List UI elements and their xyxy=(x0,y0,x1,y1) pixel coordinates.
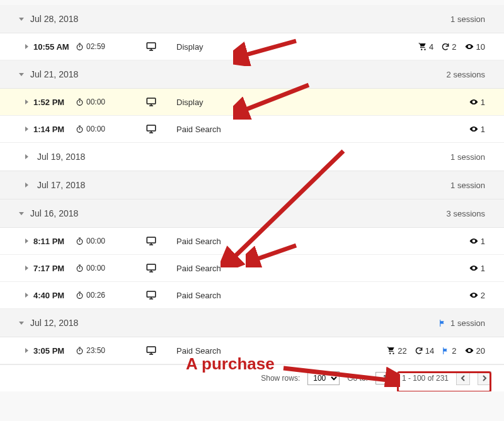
traffic-source: Paid Search xyxy=(176,264,469,273)
chevron-down-icon xyxy=(19,18,24,21)
session-row[interactable]: 4:40 PM00:26Paid Search2 xyxy=(0,282,504,309)
session-time: 3:05 PM xyxy=(25,346,76,356)
refresh-icon xyxy=(441,42,450,51)
next-page-button[interactable] xyxy=(478,371,491,385)
date-group-header[interactable]: Jul 12, 20181 session xyxy=(0,309,504,337)
flag-icon xyxy=(442,347,450,355)
cart-icon xyxy=(418,42,427,51)
show-rows-label: Show rows: xyxy=(261,374,300,383)
session-time: 7:17 PM xyxy=(25,264,76,273)
svg-rect-19 xyxy=(147,125,156,131)
session-duration: 00:26 xyxy=(76,291,126,300)
svg-point-6 xyxy=(421,49,422,50)
eye-icon xyxy=(469,237,479,245)
pagination-bar: Show rows:100Go to:1 - 100 of 231 xyxy=(0,364,504,391)
stat-refresh: 14 xyxy=(415,346,434,356)
desktop-icon xyxy=(146,289,157,301)
session-row[interactable]: 10:55 AM02:59Display4210 xyxy=(0,33,504,60)
session-time: 1:14 PM xyxy=(25,125,76,134)
session-row[interactable]: 1:14 PM00:00Paid Search1 xyxy=(0,116,504,143)
timer-icon xyxy=(76,237,84,245)
svg-point-15 xyxy=(473,101,474,103)
eye-icon xyxy=(469,98,479,106)
svg-point-30 xyxy=(77,266,83,271)
date-label: Jul 19, 2018 xyxy=(37,152,450,162)
chevron-right-icon xyxy=(25,266,28,271)
stat-eye: 10 xyxy=(464,42,485,52)
session-count: 2 sessions xyxy=(447,70,485,79)
session-count: 3 sessions xyxy=(447,209,485,218)
stat-refresh: 2 xyxy=(441,42,456,52)
svg-point-8 xyxy=(468,46,469,47)
session-count: 1 session xyxy=(450,14,485,24)
device-type xyxy=(126,289,176,301)
svg-point-29 xyxy=(473,240,474,242)
session-time: 8:11 PM xyxy=(25,237,76,246)
traffic-source: Display xyxy=(176,98,469,107)
session-duration: 00:00 xyxy=(76,125,126,133)
date-label: Jul 16, 2018 xyxy=(30,208,447,218)
traffic-source: Paid Search xyxy=(176,237,469,246)
svg-point-51 xyxy=(393,353,394,354)
session-time: 10:55 AM xyxy=(25,42,76,52)
session-stats: 2 xyxy=(469,291,485,300)
device-type xyxy=(126,235,176,247)
chevron-right-icon xyxy=(25,239,28,244)
date-group-header[interactable]: Jul 16, 20183 sessions xyxy=(0,199,504,228)
chevron-right-icon xyxy=(25,99,28,104)
session-row[interactable]: 1:52 PM00:00Display1 xyxy=(0,89,504,116)
svg-point-7 xyxy=(424,49,425,50)
timer-icon xyxy=(76,125,84,133)
chevron-right-icon xyxy=(25,44,28,49)
date-group-header[interactable]: Jul 17, 20181 session xyxy=(0,171,504,199)
device-type xyxy=(126,96,176,108)
goto-input[interactable] xyxy=(375,372,394,385)
prev-page-button[interactable] xyxy=(456,371,470,385)
stat-eye: 1 xyxy=(469,237,485,246)
session-stats: 1 xyxy=(469,264,485,273)
stat-eye: 1 xyxy=(469,125,485,134)
date-label: Jul 12, 2018 xyxy=(30,318,438,328)
session-duration: 00:00 xyxy=(76,264,126,272)
flag-icon xyxy=(438,319,447,327)
stat-eye: 1 xyxy=(469,98,485,107)
session-stats: 1 xyxy=(469,125,485,134)
date-group-header[interactable]: Jul 21, 20182 sessions xyxy=(0,60,504,89)
date-group-header[interactable]: Jul 28, 20181 session xyxy=(0,5,504,33)
timer-icon xyxy=(76,43,84,51)
session-row[interactable]: 3:05 PM23:50Paid Search2214220 xyxy=(0,337,504,364)
refresh-icon xyxy=(415,346,423,355)
stat-flag: 2 xyxy=(442,346,456,356)
date-group-header[interactable]: Jul 19, 20181 session xyxy=(0,143,504,171)
session-time: 4:40 PM xyxy=(25,291,76,300)
svg-rect-40 xyxy=(147,291,156,297)
date-label: Jul 21, 2018 xyxy=(30,69,447,79)
chevron-right-icon xyxy=(25,154,28,159)
eye-icon xyxy=(464,346,474,355)
rows-select[interactable]: 100 xyxy=(307,371,340,385)
cart-icon xyxy=(387,346,396,355)
timer-icon xyxy=(76,347,84,355)
device-type xyxy=(126,123,176,135)
svg-point-50 xyxy=(389,353,391,354)
session-count: 1 session xyxy=(438,318,485,328)
eye-icon xyxy=(469,291,479,300)
device-type xyxy=(126,345,176,356)
session-stats: 2214220 xyxy=(387,346,485,356)
desktop-icon xyxy=(146,262,157,274)
stat-cart: 22 xyxy=(387,346,406,356)
chevron-right-icon xyxy=(25,293,28,298)
session-duration: 00:00 xyxy=(76,98,126,106)
chevron-down-icon xyxy=(19,322,24,325)
desktop-icon xyxy=(146,235,157,247)
svg-point-43 xyxy=(473,295,474,296)
session-row[interactable]: 7:17 PM00:00Paid Search1 xyxy=(0,255,504,282)
chevron-down-icon xyxy=(19,73,24,76)
session-row[interactable]: 8:11 PM00:00Paid Search1 xyxy=(0,228,504,255)
traffic-source: Paid Search xyxy=(176,125,469,134)
timer-icon xyxy=(76,291,84,300)
session-duration: 02:59 xyxy=(76,42,126,51)
session-time: 1:52 PM xyxy=(25,98,76,107)
chevron-right-icon xyxy=(25,182,28,188)
chevron-right-icon xyxy=(25,348,28,353)
